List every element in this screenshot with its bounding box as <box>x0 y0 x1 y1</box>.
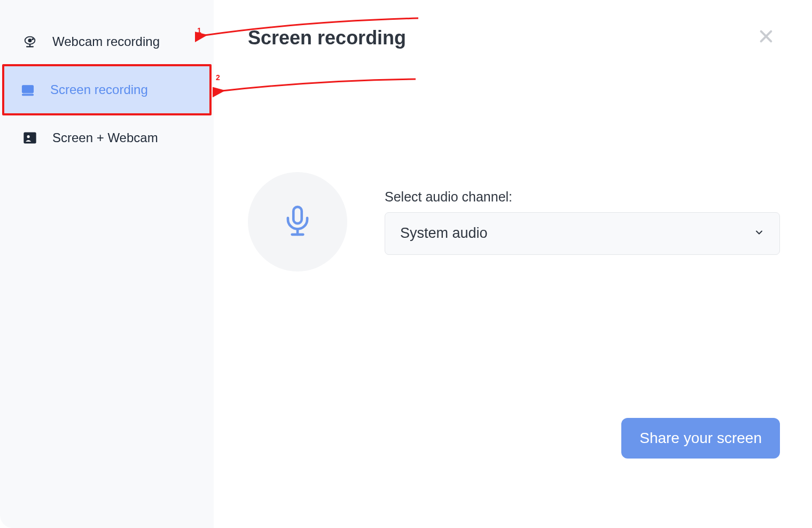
close-icon <box>758 27 775 49</box>
page-title: Screen recording <box>248 27 406 49</box>
main-panel: Screen recording <box>214 0 812 528</box>
chevron-down-icon <box>754 225 764 242</box>
svg-rect-4 <box>22 94 34 96</box>
recording-dialog: Webcam recording Screen recording Screen… <box>0 0 812 528</box>
svg-point-1 <box>28 39 31 42</box>
audio-controls: Select audio channel: System audio <box>385 189 780 255</box>
audio-channel-select[interactable]: System audio <box>385 212 780 255</box>
microphone-indicator <box>248 172 347 271</box>
close-button[interactable] <box>752 28 780 48</box>
microphone-icon <box>281 204 314 239</box>
sidebar-item-label: Screen recording <box>50 82 148 97</box>
share-screen-button[interactable]: Share your screen <box>621 418 780 459</box>
sidebar-item-screen-webcam[interactable]: Screen + Webcam <box>4 119 209 157</box>
sidebar-item-screen-recording[interactable]: Screen recording <box>2 64 212 115</box>
main-header: Screen recording <box>246 27 780 49</box>
screen-webcam-icon <box>22 130 37 145</box>
sidebar-item-webcam-recording[interactable]: Webcam recording <box>4 22 209 61</box>
svg-rect-7 <box>293 207 302 223</box>
footer-actions: Share your screen <box>246 418 780 507</box>
sidebar-item-label: Webcam recording <box>52 34 160 49</box>
audio-channel-label: Select audio channel: <box>385 189 780 205</box>
svg-rect-3 <box>22 86 34 93</box>
svg-point-2 <box>32 38 33 40</box>
audio-section: Select audio channel: System audio <box>248 172 780 271</box>
svg-rect-5 <box>24 133 36 144</box>
svg-point-6 <box>27 135 30 138</box>
sidebar-item-label: Screen + Webcam <box>52 130 158 145</box>
screen-icon <box>20 82 35 97</box>
webcam-icon <box>22 34 37 49</box>
recording-mode-sidebar: Webcam recording Screen recording Screen… <box>0 0 214 528</box>
audio-select-value: System audio <box>400 225 488 242</box>
